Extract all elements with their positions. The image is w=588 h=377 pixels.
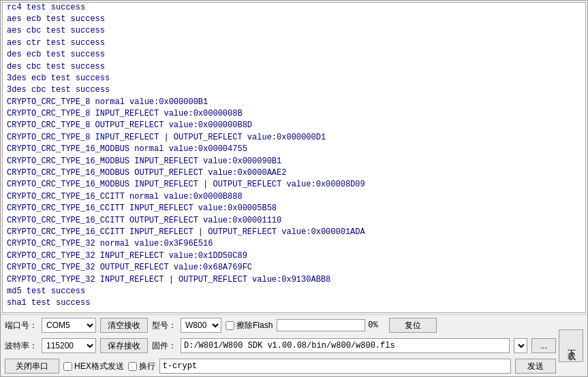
- terminal-line: CRYPTO_CRC_TYPE_16_MODBUS normal value:0…: [7, 144, 581, 155]
- terminal-line: CRYPTO_CRC_TYPE_16_MODBUS INPUT_REFLECT …: [7, 179, 581, 191]
- port-select[interactable]: COM1COM2COM3COM4COM5: [42, 318, 96, 333]
- close-serial-button[interactable]: 关闭串口: [5, 359, 59, 374]
- terminal-line: 3des cbc test success: [7, 84, 581, 96]
- erase-flash-label[interactable]: 擦除Flash: [226, 320, 273, 331]
- firmware-label: 固件：: [152, 340, 176, 352]
- hex-send-label[interactable]: HEX格式发送: [63, 361, 124, 372]
- terminal-line: CRYPTO_CRC_TYPE_16_CCITT normal value:0x…: [7, 191, 581, 203]
- download-button[interactable]: 下载: [559, 329, 583, 362]
- save-recv-button[interactable]: 保存接收: [100, 338, 148, 353]
- terminal-output[interactable]: [CMD]t-cryptRNG out:CF A9 C7 39 EF 39 F5…: [2, 2, 586, 313]
- terminal-line: sha1 test success: [7, 297, 581, 309]
- type-select[interactable]: W800W801: [181, 318, 221, 333]
- terminal-line: CRYPTO_CRC_TYPE_32 INPUT_REFLECT | OUTPU…: [7, 274, 581, 286]
- terminal-line: CRYPTO_CRC_TYPE_32 normal value:0x3F96E5…: [7, 238, 581, 250]
- terminal-line: CRYPTO_CRC_TYPE_8 OUTPUT_REFLECT value:0…: [7, 120, 581, 131]
- type-label: 型号：: [152, 320, 176, 331]
- hex-send-checkbox[interactable]: [63, 362, 72, 371]
- control-row-1: 端口号： COM1COM2COM3COM4COM5 清空接收 型号： W800W…: [5, 318, 556, 333]
- download-col: 下载: [559, 318, 583, 374]
- newline-label[interactable]: 换行: [128, 361, 155, 372]
- terminal-line: des cbc test success: [7, 61, 581, 73]
- terminal-line: 3des ecb test success: [7, 73, 581, 84]
- terminal-line: md5 test success: [7, 286, 581, 297]
- terminal-line: aes cbc test success: [7, 25, 581, 37]
- control-row-3: 关闭串口 HEX格式发送 换行 t-crypt 发送: [5, 359, 556, 374]
- progress-container: 0%: [277, 319, 385, 331]
- control-row-2: 波特率： 9600192003840057600115200 保存接收 固件： …: [5, 338, 556, 353]
- terminal-line: CRYPTO_CRC_TYPE_16_CCITT OUTPUT_REFLECT …: [7, 215, 581, 227]
- progress-percent: 0%: [368, 321, 385, 330]
- terminal-line: CRYPTO_CRC_TYPE_8 INPUT_REFLECT value:0x…: [7, 108, 581, 120]
- progress-bar-wrapper: [277, 319, 365, 331]
- send-button[interactable]: 发送: [515, 359, 556, 374]
- baud-label: 波特率：: [5, 340, 37, 352]
- firmware-path-input[interactable]: D:/W801/W800 SDK v1.00.08/bin/w800/w800.…: [181, 338, 510, 353]
- terminal-line: rc4 test success: [7, 2, 581, 14]
- newline-checkbox[interactable]: [128, 362, 137, 371]
- terminal-line: CRYPTO_CRC_TYPE_8 INPUT_REFLECT | OUTPUT…: [7, 132, 581, 144]
- terminal-line: CRYPTO_CRC_TYPE_16_MODBUS INPUT_REFLECT …: [7, 156, 581, 167]
- reset-button[interactable]: 复位: [389, 318, 437, 333]
- terminal-line: CRYPTO_CRC_TYPE_32 OUTPUT_REFLECT value:…: [7, 262, 581, 274]
- terminal-line: CRYPTO_CRC_TYPE_16_CCITT INPUT_REFLECT |…: [7, 227, 581, 238]
- terminal-line: aes ecb test success: [7, 14, 581, 25]
- send-input[interactable]: t-crypt: [159, 359, 511, 374]
- main-container: [CMD]t-cryptRNG out:CF A9 C7 39 EF 39 F5…: [0, 0, 588, 377]
- terminal-line: aes ctr test success: [7, 37, 581, 49]
- terminal-line: des ecb test success: [7, 49, 581, 61]
- terminal-line: CRYPTO_CRC_TYPE_16_CCITT INPUT_REFLECT v…: [7, 203, 581, 214]
- erase-flash-checkbox[interactable]: [226, 321, 234, 330]
- port-label: 端口号：: [5, 320, 37, 331]
- clear-recv-button[interactable]: 清空接收: [100, 318, 148, 333]
- terminal-line: CRYPTO_CRC_TYPE_16_MODBUS OUTPUT_REFLECT…: [7, 167, 581, 179]
- terminal-line: CRYPTO_CRC_TYPE_8 normal value:0x000000B…: [7, 97, 581, 108]
- baud-select[interactable]: 9600192003840057600115200: [42, 338, 96, 353]
- ellipsis-button[interactable]: ...: [531, 338, 556, 353]
- firmware-path-dropdown[interactable]: [514, 338, 527, 353]
- bottom-controls: 端口号： COM1COM2COM3COM4COM5 清空接收 型号： W800W…: [1, 314, 587, 376]
- terminal-line: CRYPTO_CRC_TYPE_32 INPUT_REFLECT value:0…: [7, 250, 581, 262]
